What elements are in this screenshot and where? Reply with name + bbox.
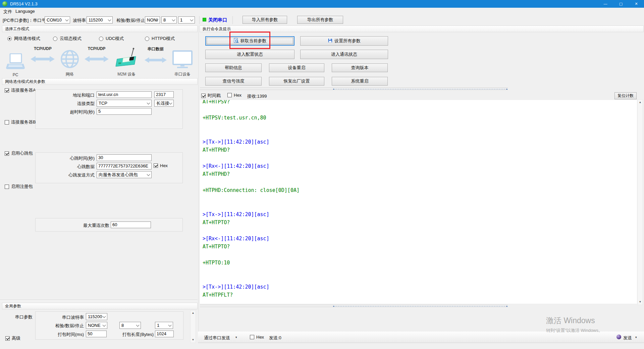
hb-time-input[interactable]: 30 — [97, 154, 152, 161]
checkbox-label: Hex — [256, 335, 264, 340]
import-params-button[interactable]: 导入所有参数 — [243, 16, 287, 24]
left-panel-scrollbar[interactable]: ▲ ▼ — [190, 310, 196, 343]
globe-icon — [61, 50, 79, 70]
log-scrollbar[interactable]: ▲ ▼ — [637, 99, 643, 305]
radio-udc-mode[interactable]: UDC模式 — [99, 36, 124, 42]
log-hex-checkbox[interactable]: Hex — [227, 93, 241, 98]
port-open-indicator-icon — [203, 18, 206, 21]
checkbox-icon — [227, 93, 232, 97]
chevron-down-icon — [147, 101, 150, 105]
log-splitter-bottom[interactable]: ▴ ▴ — [200, 305, 508, 307]
diagram-link-label: TCP/UDP — [88, 46, 106, 51]
minimize-button[interactable]: — — [598, 0, 613, 8]
pack-time-label: 打包时间(ms) — [38, 332, 84, 338]
databits-select[interactable]: 8 — [161, 16, 177, 23]
system-reboot-button[interactable]: 系统重启 — [332, 77, 388, 86]
hb-time-label: 心跳时间(秒) — [41, 155, 95, 161]
chevron-down-icon — [169, 101, 172, 105]
log-line: +HTPTO:10 — [203, 259, 637, 267]
set-params-button[interactable]: 设置所有参数 — [300, 36, 388, 46]
hb-mode-select[interactable]: 向服务器发送心跳包 — [97, 171, 152, 178]
g-parity-select[interactable]: NONE — [86, 322, 107, 329]
com-port-select[interactable]: COM10 — [45, 16, 70, 23]
factory-reset-button[interactable]: 恢复出厂设置 — [269, 77, 324, 86]
maximize-button[interactable]: ▢ — [613, 0, 629, 8]
log-line: >[Tx->][11:42:20][asc] — [203, 210, 637, 218]
horizontal-splitter[interactable] — [0, 300, 198, 301]
log-line — [203, 130, 637, 138]
close-port-button[interactable]: 关闭串口 — [208, 17, 227, 23]
chevron-down-icon[interactable]: ▾ — [635, 336, 637, 339]
log-line — [203, 194, 637, 202]
help-button[interactable]: 帮助信息 — [205, 63, 262, 72]
com-port-value: COM10 — [47, 17, 62, 22]
radio-net-passthrough[interactable]: 网络透传模式 — [7, 36, 40, 42]
diagram-link-label: 串口数据 — [148, 46, 164, 52]
get-params-button[interactable]: 获取当前参数 — [205, 36, 294, 46]
close-button[interactable]: ✕ — [629, 0, 644, 8]
server-b-checkbox[interactable]: 连接服务器B — [5, 119, 36, 125]
log-splitter-top[interactable]: ▴ ▴ — [200, 88, 508, 90]
radio-cloud-mode[interactable]: 云组态模式 — [53, 36, 82, 42]
hb-mode-value: 向服务器发送心跳包 — [99, 172, 138, 177]
pack-time-input[interactable]: 50 — [86, 331, 107, 337]
query-version-button[interactable]: 查询版本 — [332, 63, 388, 72]
g-baud-select[interactable]: 115200 — [86, 313, 107, 320]
register-checkbox[interactable]: 启用注册包 — [5, 184, 33, 190]
server-a-checkbox[interactable]: 连接服务器A — [5, 87, 36, 93]
baud-select[interactable]: 115200 — [87, 16, 113, 23]
device-reboot-button[interactable]: 设备重启 — [269, 63, 324, 72]
scroll-down-icon[interactable]: ▼ — [191, 337, 196, 343]
radio-httpd-mode[interactable]: HTTPD模式 — [145, 36, 175, 42]
g-databits-select[interactable]: 8 — [119, 322, 141, 329]
g-stopbits-select[interactable]: 1 — [155, 322, 173, 329]
baud-value: 115200 — [89, 17, 103, 22]
server-a-port-input[interactable]: 2317 — [154, 91, 174, 98]
scroll-up-icon[interactable]: ▲ — [191, 310, 196, 316]
scroll-down-icon[interactable]: ▼ — [638, 299, 643, 305]
checkbox-label: 时间戳 — [208, 93, 221, 99]
diagram-pc-label: PC — [13, 72, 18, 77]
signal-strength-button[interactable]: 查信号强度 — [205, 77, 262, 86]
hb-hex-checkbox[interactable]: Hex — [154, 163, 168, 168]
reset-counter-button[interactable]: 复位计数 — [614, 92, 637, 99]
splitter-track[interactable]: ▴ ▴ — [333, 89, 507, 89]
send-via-serial-dropdown[interactable]: 通过串口发送 — [204, 335, 230, 341]
timeout-input[interactable]: 5 — [97, 108, 152, 115]
send-hex-checkbox[interactable]: Hex — [250, 335, 264, 340]
send-button[interactable]: 发送 — [623, 335, 632, 341]
chevron-down-icon — [103, 315, 106, 318]
timestamp-checkbox[interactable]: 时间戳 — [201, 93, 221, 99]
server-a-address-input[interactable]: test.usr.cn — [97, 91, 152, 98]
heartbeat-checkbox[interactable]: 启用心跳包 — [5, 150, 33, 156]
reconnect-input[interactable]: 60 — [111, 221, 151, 228]
stopbits-select[interactable]: 1 — [178, 16, 195, 23]
hb-data-input[interactable]: 7777772E7573722E636E — [97, 163, 152, 169]
enter-config-button[interactable]: 进入配置状态 — [205, 50, 294, 59]
keepalive-select[interactable]: 长连接 — [154, 100, 174, 107]
parity-select[interactable]: NONI — [145, 16, 160, 23]
pack-len-input[interactable]: 1024 — [155, 331, 174, 337]
hb-mode-label: 心跳发送方式 — [41, 172, 95, 178]
log-body[interactable]: AT+HTPSV?+HTPSV:test.usr.cn,80>[Tx->][11… — [200, 100, 637, 304]
windows-activation-watermark-sub: 转到“设置”以激活 Windows。 — [546, 328, 603, 334]
menu-file[interactable]: 文件 — [2, 9, 13, 15]
enter-comm-button[interactable]: 进入通讯状态 — [300, 50, 388, 59]
splitter-track[interactable]: ▴ ▴ — [333, 306, 507, 306]
chevron-down-icon — [65, 18, 69, 21]
radio-label: HTTPD模式 — [152, 36, 175, 42]
title-bar[interactable]: DR514 V2.1.3 — ▢ ✕ — [0, 0, 644, 8]
chevron-down-icon[interactable]: ▾ — [235, 336, 237, 339]
log-line: +HTPSV:test.usr.cn,80 — [203, 114, 637, 122]
advanced-checkbox[interactable]: 高级 — [5, 335, 20, 341]
g-stopbits-value: 1 — [157, 323, 159, 328]
receive-counter: 接收:1399 — [247, 93, 267, 99]
menu-language[interactable]: Language — [14, 9, 36, 14]
chevron-down-icon — [172, 18, 175, 21]
windows-activation-watermark: 激活 Windows — [546, 315, 595, 326]
export-params-button[interactable]: 导出所有参数 — [297, 16, 343, 24]
scroll-up-icon[interactable]: ▲ — [638, 100, 643, 105]
conn-type-value: TCP — [99, 101, 107, 106]
chevron-down-icon — [190, 18, 194, 21]
conn-type-select[interactable]: TCP — [97, 100, 152, 107]
